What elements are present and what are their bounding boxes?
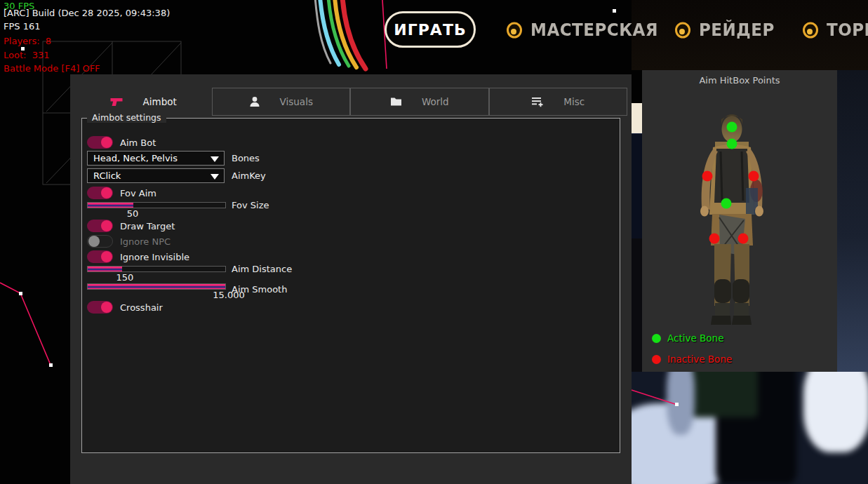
legend-label: Inactive Bone: [667, 354, 732, 365]
draw-target-toggle[interactable]: [87, 220, 113, 232]
ignore-npc-label: Ignore NPC: [120, 236, 171, 247]
aim-smooth-value: 15.000: [208, 290, 250, 300]
groupbox-title: Aimbot settings: [87, 112, 166, 123]
inactive-bone-dot-icon: [652, 355, 661, 364]
draw-target-label: Draw Target: [120, 221, 175, 231]
esp-node-dot: [49, 363, 53, 367]
debug-hud: 30 FPS [ARC] Build (Dec 28 2025, 09:43:3…: [4, 0, 15, 84]
ignore-npc-toggle[interactable]: [87, 235, 113, 248]
nav-item-label: ТОРГО: [827, 20, 868, 39]
game-screen: 30 FPS [ARC] Build (Dec 28 2025, 09:43:3…: [0, 0, 868, 484]
hitbox-point-active: [727, 139, 737, 149]
fov-aim-label: Fov Aim: [120, 188, 156, 199]
hitbox-point-inactive: [709, 234, 720, 244]
crosshair-toggle[interactable]: [87, 301, 113, 314]
nav-item-workshop[interactable]: МАСТЕРСКАЯ: [507, 20, 658, 40]
folder-icon: [390, 97, 402, 107]
hitbox-point-inactive: [749, 171, 759, 182]
esp-node-dot: [675, 403, 679, 406]
cheat-menu-panel: Aimbot Visuals World Misc: [70, 74, 632, 484]
ignore-invisible-label: Ignore Invisible: [120, 252, 189, 262]
legend-label: Active Bone: [667, 332, 723, 344]
hitbox-point-inactive: [738, 234, 749, 244]
fov-size-label: Fov Size: [232, 200, 269, 210]
nav-item-label: РЕЙДЕР: [699, 20, 775, 39]
aim-distance-slider[interactable]: [87, 266, 226, 272]
hud-players-count: Players: 8: [4, 36, 256, 46]
aimkey-label: AimKey: [232, 170, 266, 181]
tab-visuals[interactable]: Visuals: [212, 88, 351, 116]
aimkey-dropdown-value: RClick: [93, 170, 121, 181]
bones-dropdown[interactable]: Head, Neck, Pelvis: [87, 151, 225, 166]
nav-item-trade[interactable]: ТОРГО: [803, 20, 868, 40]
aim-smooth-slider[interactable]: [87, 283, 226, 290]
legend-inactive-bone: Inactive Bone: [652, 354, 732, 365]
nav-item-raider[interactable]: РЕЙДЕР: [675, 20, 775, 40]
nav-item-label: МАСТЕРСКАЯ: [530, 20, 658, 39]
hud-battle-mode: Battle Mode [F4] OFF: [4, 63, 256, 74]
pistol-icon: [109, 97, 123, 107]
coin-icon: [803, 22, 818, 38]
hud-build-info: [ARC] Build (Dec 28 2025, 09:43:38): [4, 8, 256, 18]
hud-loot-count: Loot: 331: [4, 50, 256, 60]
tab-label: World: [422, 96, 449, 107]
hitbox-point-active: [727, 122, 737, 133]
hud-fps: FPS 161: [4, 21, 256, 32]
tab-label: Misc: [563, 96, 585, 107]
crosshair-label: Crosshair: [120, 302, 163, 313]
tab-misc[interactable]: Misc: [489, 88, 628, 116]
aim-bot-label: Aim Bot: [120, 137, 156, 148]
esp-node-dot: [613, 9, 616, 13]
fov-size-slider[interactable]: [87, 202, 226, 208]
person-icon: [249, 96, 260, 107]
bones-dropdown-value: Head, Neck, Pelvis: [93, 153, 178, 163]
chevron-down-icon: [211, 156, 219, 162]
hitbox-point-active: [721, 199, 732, 209]
chevron-down-icon: [211, 174, 219, 180]
hitbox-point-inactive: [702, 171, 713, 182]
bones-label: Bones: [232, 153, 260, 163]
tab-label: Visuals: [280, 96, 313, 107]
coin-icon: [507, 22, 522, 38]
esp-node-dot: [19, 292, 22, 295]
fov-aim-toggle[interactable]: [87, 187, 113, 199]
ignore-invisible-toggle[interactable]: [87, 250, 113, 263]
legend-active-bone: Active Bone: [652, 332, 723, 344]
tab-bar: Aimbot Visuals World Misc: [74, 88, 627, 116]
playlist-add-icon: [531, 96, 544, 107]
play-button[interactable]: ИГРАТЬ: [385, 11, 476, 48]
aim-distance-value: 150: [104, 272, 146, 283]
active-bone-dot-icon: [652, 334, 661, 343]
hitbox-dots: [642, 70, 837, 372]
fov-size-value: 50: [112, 208, 154, 219]
hitbox-panel: Aim HitBox Points: [642, 70, 837, 372]
aim-distance-label: Aim Distance: [232, 264, 292, 274]
tab-aimbot[interactable]: Aimbot: [74, 88, 212, 116]
tab-label: Aimbot: [143, 96, 177, 107]
coin-icon: [675, 22, 690, 38]
aimkey-dropdown[interactable]: RClick: [87, 168, 225, 183]
aim-bot-toggle[interactable]: [87, 136, 113, 149]
tab-world[interactable]: World: [350, 88, 489, 116]
